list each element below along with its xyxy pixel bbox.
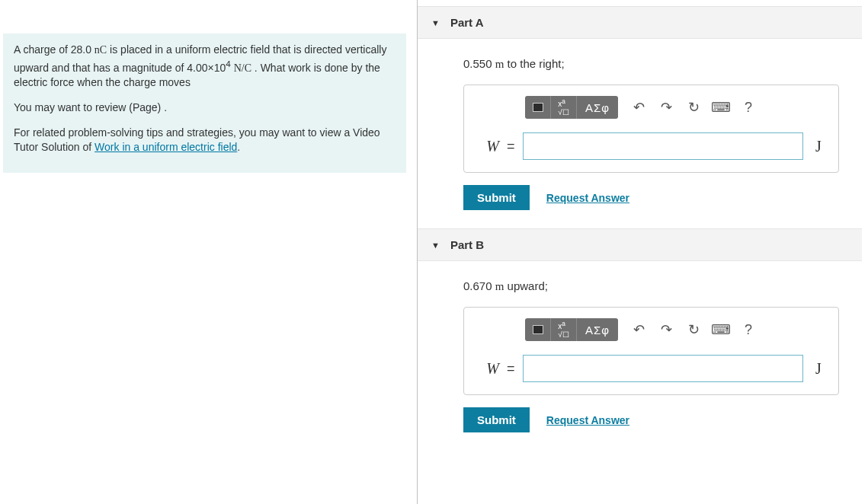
redo-icon[interactable]: ↷ xyxy=(655,318,677,341)
keyboard-icon[interactable]: ⌨ xyxy=(709,96,732,119)
equals-sign: = xyxy=(507,139,515,155)
problem-panel: A charge of 28.0 nC is placed in a unifo… xyxy=(0,0,418,504)
undo-icon[interactable]: ↶ xyxy=(627,318,650,341)
variable-label: W xyxy=(476,138,499,155)
collapse-icon: ▼ xyxy=(431,241,440,250)
request-answer-link[interactable]: Request Answer xyxy=(546,414,629,426)
unit-label: J xyxy=(811,138,826,155)
answer-panel: ▼ Part A 0.550 m to the right; xa√☐ ΑΣφ … xyxy=(418,0,868,504)
part-b-prompt: 0.670 m upward; xyxy=(463,279,839,293)
answer-input[interactable] xyxy=(523,132,803,160)
equation-toolbar: xa√☐ ΑΣφ ↶ ↷ ↻ ⌨ ? xyxy=(525,318,826,341)
help-icon[interactable]: ? xyxy=(737,96,760,119)
part-a-header[interactable]: ▼ Part A xyxy=(418,6,862,39)
fraction-icon[interactable]: xa√☐ xyxy=(551,96,577,119)
greek-letters-button[interactable]: ΑΣφ xyxy=(577,96,618,119)
problem-statement: A charge of 28.0 nC is placed in a unifo… xyxy=(3,33,406,173)
part-b-body: 0.670 m upward; xa√☐ ΑΣφ ↶ ↷ ↻ ⌨ ? W xyxy=(418,261,862,445)
format-group: xa√☐ ΑΣφ xyxy=(525,96,618,119)
problem-intro: A charge of 28.0 nC is placed in a unifo… xyxy=(14,43,396,90)
variable-label: W xyxy=(476,360,499,378)
submit-button[interactable]: Submit xyxy=(463,185,530,210)
answer-input-row: W = J xyxy=(476,132,826,160)
keyboard-icon[interactable]: ⌨ xyxy=(709,318,732,341)
answer-input-row: W = J xyxy=(476,355,826,382)
video-tutor-link[interactable]: Work in a uniform electric field xyxy=(94,141,237,153)
equals-sign: = xyxy=(507,361,515,377)
equation-toolbar: xa√☐ ΑΣφ ↶ ↷ ↻ ⌨ ? xyxy=(525,96,826,119)
template-icon[interactable] xyxy=(525,318,551,341)
submit-button[interactable]: Submit xyxy=(463,407,530,432)
request-answer-link[interactable]: Request Answer xyxy=(546,192,629,204)
problem-review: You may want to review (Page) . xyxy=(14,100,396,115)
redo-icon[interactable]: ↷ xyxy=(655,96,677,119)
unit-label: J xyxy=(811,360,826,378)
part-a-actions: Submit Request Answer xyxy=(463,185,839,210)
part-a-prompt: 0.550 m to the right; xyxy=(463,57,839,71)
part-a-answer-box: xa√☐ ΑΣφ ↶ ↷ ↻ ⌨ ? W = J xyxy=(463,85,839,173)
part-title: Part B xyxy=(450,238,484,251)
answer-input[interactable] xyxy=(523,355,803,382)
help-icon[interactable]: ? xyxy=(737,318,760,341)
undo-icon[interactable]: ↶ xyxy=(627,96,650,119)
part-b-header[interactable]: ▼ Part B xyxy=(418,228,862,261)
reset-icon[interactable]: ↻ xyxy=(682,318,705,341)
template-icon[interactable] xyxy=(525,96,551,119)
reset-icon[interactable]: ↻ xyxy=(682,96,705,119)
part-b-answer-box: xa√☐ ΑΣφ ↶ ↷ ↻ ⌨ ? W = J xyxy=(463,307,839,395)
format-group: xa√☐ ΑΣφ xyxy=(525,318,618,341)
part-title: Part A xyxy=(450,16,484,29)
part-a-body: 0.550 m to the right; xa√☐ ΑΣφ ↶ ↷ ↻ ⌨ ?… xyxy=(418,39,862,222)
greek-letters-button[interactable]: ΑΣφ xyxy=(577,318,618,341)
fraction-icon[interactable]: xa√☐ xyxy=(551,318,577,341)
collapse-icon: ▼ xyxy=(431,18,440,27)
problem-tips: For related problem-solving tips and str… xyxy=(14,126,396,155)
part-b-actions: Submit Request Answer xyxy=(463,407,839,432)
